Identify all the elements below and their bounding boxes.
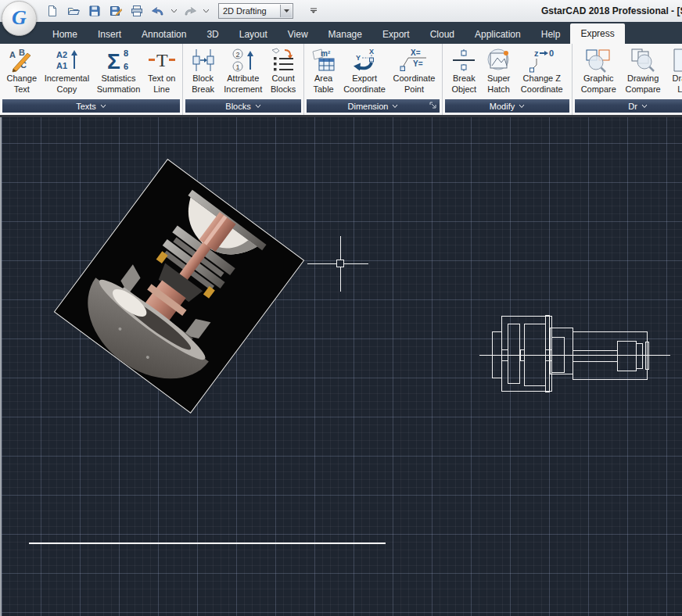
- statistics-summation-button[interactable]: Σ 8 6 Statistics Summation: [95, 47, 142, 95]
- tab-layout[interactable]: Layout: [229, 25, 278, 44]
- tab-manage[interactable]: Manage: [318, 25, 372, 44]
- ribbon-group-dimension: m² Area Table X Y: [304, 44, 443, 115]
- button-label: Export: [352, 73, 377, 84]
- count-blocks-button[interactable]: Count Blocks: [269, 47, 297, 95]
- tab-insert[interactable]: Insert: [88, 25, 131, 44]
- svg-text:A1: A1: [56, 61, 67, 70]
- button-label: Super: [487, 73, 510, 84]
- svg-text:m²: m²: [321, 49, 331, 58]
- button-label: Lo: [677, 84, 682, 95]
- change-text-button[interactable]: A B C Change Text: [5, 47, 39, 95]
- incremental-copy-icon: A2 A1: [54, 48, 79, 73]
- embedded-render-image[interactable]: [54, 159, 304, 414]
- undo-icon: [151, 5, 165, 17]
- attribute-increment-button[interactable]: 2 1 Attribute Increment: [222, 47, 264, 95]
- button-label: Increment: [224, 84, 262, 95]
- dialog-launcher-icon[interactable]: [429, 102, 437, 111]
- save-as-icon: [109, 5, 122, 17]
- tab-home[interactable]: Home: [42, 25, 88, 44]
- svg-text:z: z: [534, 48, 539, 58]
- title-bar: 2D Drafting GstarCAD 2018 Professional -…: [0, 0, 682, 22]
- tab-annotation[interactable]: Annotation: [131, 25, 196, 44]
- text-on-line-icon: T: [149, 48, 175, 73]
- new-file-icon: [46, 5, 59, 17]
- shaft-assembly-drawing[interactable]: [479, 315, 670, 392]
- workspace-select[interactable]: 2D Drafting: [218, 3, 293, 19]
- tab-help[interactable]: Help: [531, 25, 571, 44]
- toolbar-customize-button[interactable]: [305, 2, 322, 20]
- change-z-coordinate-button[interactable]: z 0 Change Z Coordinate: [519, 47, 565, 95]
- group-bar-dimension[interactable]: Dimension: [307, 99, 440, 113]
- incremental-copy-button[interactable]: A2 A1 Incremental Copy: [43, 47, 91, 95]
- statistics-summation-icon: Σ 8 6: [106, 48, 132, 73]
- tab-view[interactable]: View: [278, 25, 318, 44]
- graphic-compare-button[interactable]: Graphic Compare: [580, 47, 618, 95]
- svg-text:X=: X=: [411, 48, 421, 57]
- group-bar-modify[interactable]: Modify: [445, 99, 569, 113]
- drawing-canvas[interactable]: [0, 117, 682, 616]
- group-bar-texts[interactable]: Texts: [2, 99, 180, 113]
- attribute-increment-icon: 2 1: [231, 48, 256, 73]
- button-label: Graphic: [583, 73, 614, 84]
- undo-dropdown-caret[interactable]: [170, 2, 178, 20]
- export-coordinate-button[interactable]: X Y Export Coordinate: [342, 47, 387, 95]
- button-label: Table: [313, 84, 333, 95]
- drawing-lock-icon: [669, 48, 682, 73]
- break-object-button[interactable]: Break Object: [450, 47, 478, 95]
- svg-text:B: B: [19, 48, 25, 57]
- chevron-down-icon: [392, 104, 398, 109]
- drawing-lock-button[interactable]: Draw Lo: [668, 47, 682, 95]
- button-label: Coordinate: [393, 73, 436, 84]
- block-break-button[interactable]: Block Break: [189, 47, 217, 95]
- ribbon-group-texts: A B C Change Text A2 A1: [0, 44, 183, 115]
- button-label: Coordinate: [521, 84, 563, 95]
- open-file-icon: [67, 5, 80, 17]
- print-button[interactable]: [128, 2, 145, 20]
- svg-text:Y: Y: [356, 54, 361, 62]
- pickbox: [337, 260, 344, 267]
- chevron-down-icon: [641, 104, 648, 109]
- redo-dropdown-caret[interactable]: [203, 2, 210, 20]
- ribbon-group-blocks: Block Break 2 1 Attribute Increment: [183, 44, 304, 115]
- tab-cloud[interactable]: Cloud: [420, 25, 465, 44]
- canvas-vector-overlay: [0, 117, 682, 616]
- print-icon: [131, 5, 143, 17]
- chevron-down-icon: [519, 104, 525, 109]
- button-label: Area: [314, 73, 332, 84]
- tab-application[interactable]: Application: [465, 25, 531, 44]
- area-table-button[interactable]: m² Area Table: [310, 47, 338, 95]
- svg-text:T: T: [156, 50, 168, 70]
- tab-export[interactable]: Export: [372, 25, 420, 44]
- redo-button[interactable]: [181, 2, 199, 20]
- workspace-dropdown-arrow-icon[interactable]: [280, 5, 292, 17]
- drawing-compare-button[interactable]: Drawing Compare: [624, 47, 662, 95]
- group-title: Dimension: [348, 102, 389, 111]
- button-label: Object: [451, 84, 476, 95]
- super-hatch-button[interactable]: Super Hatch: [485, 47, 513, 95]
- save-button[interactable]: [86, 2, 103, 20]
- coordinate-point-button[interactable]: X= Y= Coordinate Point: [392, 47, 437, 95]
- tab-3d[interactable]: 3D: [196, 25, 228, 44]
- svg-text:1: 1: [235, 63, 239, 71]
- drawing-compare-icon: [630, 48, 656, 73]
- undo-button[interactable]: [149, 2, 167, 20]
- new-file-button[interactable]: [44, 2, 61, 20]
- button-label: Hatch: [487, 84, 510, 95]
- open-file-button[interactable]: [65, 2, 82, 20]
- group-bar-compare[interactable]: Dr: [575, 99, 682, 113]
- button-label: Text on: [148, 73, 175, 84]
- text-on-line-button[interactable]: T Text on Line: [146, 47, 177, 95]
- group-bar-blocks[interactable]: Blocks: [185, 99, 301, 113]
- button-label: Coordinate: [343, 84, 386, 95]
- change-z-coordinate-icon: z 0: [529, 48, 555, 73]
- svg-text:8: 8: [124, 48, 128, 58]
- area-table-icon: m²: [311, 48, 336, 73]
- button-label: Draw: [673, 73, 682, 84]
- tab-express[interactable]: Express: [570, 23, 624, 44]
- coordinate-point-icon: X= Y=: [400, 48, 428, 73]
- save-as-button[interactable]: [107, 2, 124, 20]
- crosshair-cursor: [307, 236, 368, 292]
- application-menu-button[interactable]: G: [2, 1, 37, 36]
- button-label: Drawing: [627, 73, 659, 84]
- application-window: 2D Drafting GstarCAD 2018 Professional -…: [0, 0, 682, 616]
